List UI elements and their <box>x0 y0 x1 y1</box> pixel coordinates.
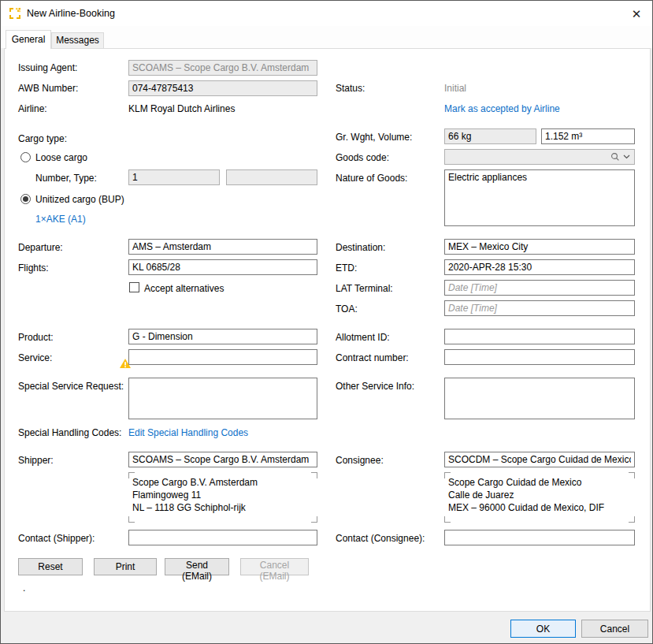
tab-general[interactable]: General <box>6 30 51 49</box>
dialog-new-airline-booking: New Airline-Booking ✕ General Messages I… <box>0 0 653 644</box>
volume-field[interactable] <box>541 128 635 144</box>
airline-label: Airline: <box>18 103 47 114</box>
cancel-button[interactable]: Cancel <box>581 620 648 638</box>
radio-selected-dot <box>23 196 28 202</box>
shipper-label: Shipper: <box>18 455 54 466</box>
other-service-info-label: Other Service Info: <box>336 381 414 392</box>
contact-consignee-label: Contact (Consignee): <box>336 533 425 544</box>
search-icon <box>610 152 620 162</box>
contract-number-label: Contract number: <box>336 352 409 363</box>
issuing-agent-label: Issuing Agent: <box>18 62 77 73</box>
toa-field[interactable] <box>444 300 635 316</box>
consignee-address-line: Calle de Juarez <box>444 489 635 501</box>
flights-field[interactable] <box>128 259 317 275</box>
tab-messages[interactable]: Messages <box>51 32 104 48</box>
special-service-request-label: Special Service Request: <box>18 381 124 392</box>
send-email-button[interactable]: Send (EMail) <box>165 558 229 575</box>
pieces-number-field <box>128 169 220 185</box>
uld-link[interactable]: 1×AKE (A1) <box>35 214 86 225</box>
destination-field[interactable] <box>444 239 635 255</box>
edit-special-handling-codes-link[interactable]: Edit Special Handling Codes <box>128 427 248 438</box>
gross-weight-field <box>444 128 536 144</box>
product-field[interactable] <box>128 329 317 344</box>
status-value: Initial <box>444 83 466 94</box>
special-handling-codes-label: Special Handling Codes: <box>18 427 121 438</box>
mark-accepted-link[interactable]: Mark as accepted by Airline <box>444 103 560 114</box>
shipper-address-line: NL – 1118 GG Schiphol-rijk <box>128 501 317 514</box>
shipper-field[interactable] <box>128 452 317 467</box>
lat-terminal-field[interactable] <box>444 280 635 296</box>
app-icon <box>9 7 21 20</box>
destination-label: Destination: <box>336 242 385 253</box>
ok-button[interactable]: OK <box>510 620 576 638</box>
footnote-dot: . <box>23 583 25 594</box>
awb-number-label: AWB Number: <box>18 83 78 94</box>
allotment-id-field[interactable] <box>444 329 635 344</box>
number-type-label: Number, Type: <box>35 173 97 184</box>
lat-terminal-label: LAT Terminal: <box>336 283 393 294</box>
etd-field[interactable] <box>444 259 635 275</box>
consignee-address-box: Scope Cargo Cuidad de Mexico Calle de Ju… <box>444 472 635 523</box>
flights-label: Flights: <box>18 262 49 274</box>
etd-label: ETD: <box>336 262 357 274</box>
consignee-label: Consignee: <box>336 455 384 466</box>
gross-weight-volume-label: Gr. Wght, Volume: <box>336 132 412 143</box>
warning-icon <box>120 357 131 371</box>
cargo-type-label: Cargo type: <box>18 133 67 144</box>
contact-shipper-field[interactable] <box>128 530 317 545</box>
contract-number-field[interactable] <box>444 349 635 365</box>
other-service-info-field[interactable] <box>444 378 635 419</box>
pieces-type-field <box>226 169 317 185</box>
loose-cargo-label: Loose cargo <box>35 152 87 163</box>
awb-number-field <box>128 80 317 96</box>
service-label: Service: <box>18 352 52 363</box>
consignee-address-line: Scope Cargo Cuidad de Mexico <box>444 476 635 489</box>
unitized-cargo-radio[interactable] <box>20 194 31 204</box>
contact-shipper-label: Contact (Shipper): <box>18 533 95 544</box>
service-field[interactable] <box>128 349 317 365</box>
special-service-request-field[interactable] <box>128 378 317 419</box>
airline-value: KLM Royal Dutch Airlines <box>128 103 235 114</box>
nature-of-goods-field[interactable]: Electric appliances <box>444 169 635 226</box>
product-label: Product: <box>18 332 54 343</box>
toa-label: TOA: <box>336 303 358 315</box>
nature-of-goods-label: Nature of Goods: <box>336 173 407 184</box>
departure-label: Departure: <box>18 242 63 253</box>
title-bar: New Airline-Booking ✕ <box>1 1 652 26</box>
consignee-address-line: MEX – 96000 Cuidad de Mexico, DIF <box>444 501 635 514</box>
goods-code-combo <box>444 149 635 165</box>
status-label: Status: <box>336 83 365 94</box>
consignee-field[interactable] <box>444 452 635 467</box>
shipper-address-line: Flamingoweg 11 <box>128 489 317 501</box>
chevron-down-icon <box>623 154 630 159</box>
accept-alternatives-label: Accept alternatives <box>144 283 224 294</box>
accept-alternatives-checkbox[interactable] <box>129 282 139 292</box>
reset-button[interactable]: Reset <box>18 558 83 575</box>
allotment-id-label: Allotment ID: <box>336 332 390 343</box>
close-icon[interactable]: ✕ <box>625 5 648 23</box>
issuing-agent-field <box>128 60 317 76</box>
shipper-address-line: Scope Cargo B.V. Amsterdam <box>128 476 317 489</box>
loose-cargo-radio[interactable] <box>20 152 31 162</box>
goods-code-label: Goods code: <box>336 152 389 163</box>
print-button[interactable]: Print <box>94 558 157 575</box>
departure-field[interactable] <box>128 239 317 255</box>
window-title: New Airline-Booking <box>27 8 115 19</box>
cancel-email-button: Cancel (EMail) <box>240 558 309 575</box>
contact-consignee-field[interactable] <box>444 530 635 545</box>
shipper-address-box: Scope Cargo B.V. Amsterdam Flamingoweg 1… <box>128 472 317 523</box>
unitized-cargo-label: Unitized cargo (BUP) <box>35 194 124 205</box>
